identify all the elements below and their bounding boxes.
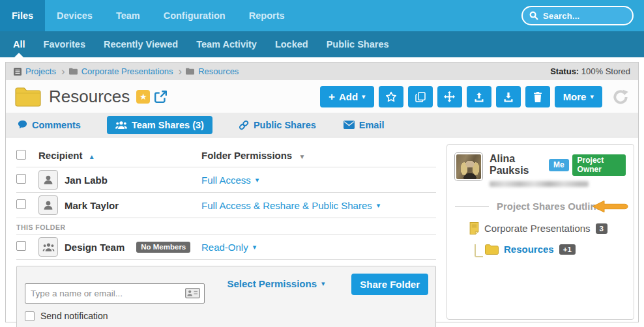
- project-owner-badge: Project Owner: [572, 154, 626, 176]
- count-badge: 3: [596, 223, 607, 234]
- refresh-button[interactable]: [612, 89, 629, 106]
- nav-item-team[interactable]: Team: [104, 0, 152, 31]
- upload-icon: [474, 92, 484, 102]
- permission-dropdown[interactable]: Full Access & Reshare & Public Shares▾: [201, 200, 436, 211]
- download-button[interactable]: [496, 86, 521, 107]
- annotation-arrow-icon: [592, 200, 628, 216]
- owner-info: Alina Pauksis Me Project Owner: [455, 153, 626, 187]
- caret-down-icon: ▾: [590, 93, 594, 100]
- me-badge: Me: [549, 159, 569, 171]
- upload-button[interactable]: [467, 86, 491, 107]
- divider: [455, 206, 489, 206]
- table-row: Mark Taylor Full Access & Reshare & Publ…: [16, 193, 436, 218]
- subnav-item-all[interactable]: All: [4, 31, 35, 57]
- section-label: THIS FOLDER: [16, 223, 66, 231]
- nav-item-files[interactable]: Files: [0, 0, 45, 31]
- count-badge: +1: [559, 244, 576, 255]
- comment-icon: [18, 120, 27, 130]
- tab-public-shares[interactable]: Public Shares: [237, 116, 317, 134]
- trash-icon: [533, 92, 542, 102]
- share-folder-button[interactable]: Share Folder: [351, 274, 428, 295]
- copy-button[interactable]: [408, 86, 433, 107]
- row-checkbox[interactable]: [16, 199, 26, 209]
- shares-outline-tree: Corporate Presentations 3 Resources +1: [455, 222, 626, 255]
- caret-down-icon: ▾: [253, 244, 257, 251]
- recipient-input[interactable]: [25, 283, 205, 304]
- column-folder-permissions[interactable]: Folder Permissions ▼: [201, 150, 436, 161]
- owner-name: Alina Pauksis: [490, 153, 545, 177]
- add-button[interactable]: +Add▾: [320, 86, 374, 107]
- row-checkbox[interactable]: [16, 241, 26, 251]
- subnav-item-recently-viewed[interactable]: Recently Viewed: [95, 31, 187, 57]
- tree-item-current: Resources +1: [485, 244, 626, 255]
- tree-link-resources[interactable]: Resources: [504, 244, 554, 255]
- sort-asc-icon: ▲: [89, 153, 95, 160]
- subnav-item-team-activity[interactable]: Team Activity: [187, 31, 266, 57]
- group-avatar-icon: [38, 237, 58, 257]
- recipients-table: Recipient ▲ Folder Permissions ▼ Jan Lab…: [14, 144, 436, 325]
- search-box[interactable]: [521, 6, 634, 25]
- more-button[interactable]: More▾: [555, 86, 602, 107]
- storage-status: Status: 100% Stored: [550, 66, 630, 76]
- tab-email[interactable]: Email: [342, 116, 386, 134]
- breadcrumb: Projects › Corporate Presentations › Res…: [6, 63, 638, 80]
- nav-item-reports[interactable]: Reports: [237, 0, 297, 31]
- breadcrumb-projects[interactable]: Projects: [25, 66, 56, 76]
- note-icon: [469, 222, 479, 235]
- detail-tabs: Comments Team Shares (3) Public Shares E…: [6, 113, 638, 137]
- page-title: Resources: [49, 87, 130, 107]
- table-row: Jan Labb Full Access▾: [16, 167, 436, 193]
- column-recipient[interactable]: Recipient ▲: [38, 150, 201, 161]
- contact-card-icon[interactable]: [185, 288, 200, 301]
- tree-link-corporate-presentations[interactable]: Corporate Presentations: [484, 223, 591, 234]
- no-members-badge: No Members: [136, 242, 190, 253]
- permission-dropdown[interactable]: Full Access▾: [201, 175, 436, 186]
- recipient-name: Mark Taylor: [65, 200, 119, 211]
- folder-actions-toolbar: +Add▾ More▾: [320, 86, 629, 107]
- table-header-row: Recipient ▲ Folder Permissions ▼: [16, 144, 436, 167]
- select-permissions-dropdown[interactable]: Select Permissions▾: [227, 278, 325, 289]
- move-button[interactable]: [437, 86, 462, 107]
- recipient-name: Jan Labb: [65, 175, 108, 186]
- subnav-item-locked[interactable]: Locked: [266, 31, 317, 57]
- chevron-right-icon: ›: [179, 66, 183, 77]
- nav-item-configuration[interactable]: Configuration: [152, 0, 237, 31]
- breadcrumb-resources[interactable]: Resources: [198, 66, 239, 76]
- main-container: Projects › Corporate Presentations › Res…: [5, 62, 639, 322]
- tree-item-parent: Corporate Presentations 3: [469, 222, 626, 235]
- share-folder-form: Select Permissions▾ Share Folder Send no…: [16, 266, 436, 327]
- download-icon: [503, 92, 514, 102]
- send-notification-label: Send notification: [40, 311, 108, 321]
- refresh-icon: [612, 89, 629, 106]
- move-icon: [444, 91, 455, 102]
- tree-connector-line: [475, 244, 483, 257]
- folder-header: Resources ★ +Add▾ More▾: [6, 80, 638, 113]
- select-all-checkbox[interactable]: [16, 150, 26, 160]
- folder-icon: [186, 68, 194, 75]
- subnav-item-public-shares[interactable]: Public Shares: [317, 31, 398, 57]
- send-notification-checkbox[interactable]: [25, 311, 35, 321]
- favorite-star-badge[interactable]: ★: [136, 90, 150, 104]
- table-row: Design Team No Members Read-Only▾: [16, 235, 436, 260]
- delete-button[interactable]: [525, 86, 550, 107]
- this-folder-section: THIS FOLDER: [16, 218, 436, 235]
- favorite-button[interactable]: [379, 86, 403, 107]
- team-shares-content: Recipient ▲ Folder Permissions ▼ Jan Lab…: [6, 137, 638, 325]
- search-input[interactable]: [543, 11, 621, 21]
- nav-item-devices[interactable]: Devices: [45, 0, 104, 31]
- tab-comments[interactable]: Comments: [16, 116, 82, 134]
- files-sub-navigation: All Favorites Recently Viewed Team Activ…: [0, 31, 644, 57]
- breadcrumb-corporate-presentations[interactable]: Corporate Presentations: [81, 66, 173, 76]
- link-icon: [239, 120, 249, 130]
- tab-team-shares[interactable]: Team Shares (3): [107, 116, 212, 134]
- folder-large-icon: [15, 87, 41, 107]
- permission-dropdown[interactable]: Read-Only▾: [201, 242, 436, 253]
- folder-icon: [69, 68, 78, 75]
- subnav-item-favorites[interactable]: Favorites: [35, 31, 95, 57]
- outline-title: Project Shares Outline: [497, 201, 602, 212]
- row-checkbox[interactable]: [16, 174, 26, 184]
- caret-down-icon: ▾: [362, 93, 366, 100]
- projects-list-icon: [14, 68, 22, 76]
- external-link-icon[interactable]: [154, 91, 167, 103]
- plus-icon: +: [329, 91, 335, 104]
